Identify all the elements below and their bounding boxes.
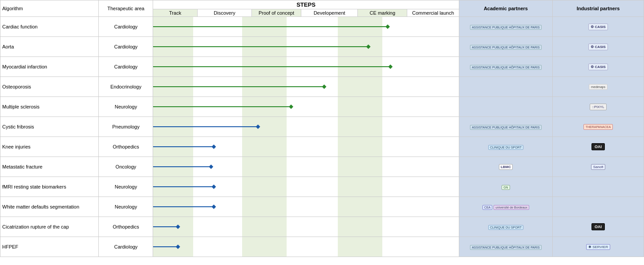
table-row: HFPEFCardiologyASSISTANCE PUBLIQUE HÔPIT…: [0, 237, 644, 257]
svg-marker-19: [322, 84, 327, 89]
svg-rect-31: [242, 137, 287, 157]
progress-bar-cell: [153, 117, 459, 137]
col-header-therapeutic: Therapeutic area: [99, 0, 153, 17]
table-row: OsteoporosisEndocrinologymedimaps: [0, 77, 644, 97]
progress-bar-cell: [153, 97, 459, 117]
industrial-partners-cell: ::PIXYL: [553, 97, 644, 117]
therapeutic-cell: Cardiology: [99, 57, 153, 77]
therapeutic-cell: Neurology: [99, 177, 153, 197]
progress-bar-cell: [153, 197, 459, 217]
academic-partners-cell: LBMC: [459, 157, 552, 177]
progress-bar-cell: [153, 217, 459, 237]
steps-header: STEPS: [153, 0, 459, 9]
table-row: Metastatic fractureOncologyLBMCSanofi: [0, 157, 644, 177]
col-header-academic: Academic partners: [459, 0, 552, 17]
industrial-partners-cell: Sanofi: [553, 157, 644, 177]
industrial-partners-cell: ⚙ CASIS: [553, 57, 644, 77]
algorithm-cell: HFPEF: [0, 237, 99, 257]
academic-partners-cell: [459, 97, 552, 117]
academic-partners-cell: CLINIQUE DU SPORT: [459, 217, 552, 237]
therapeutic-cell: Orthopedics: [99, 137, 153, 157]
algorithm-cell: Multiple sclerosis: [0, 97, 99, 117]
therapeutic-cell: Orthopedics: [99, 217, 153, 237]
academic-partners-cell: CLINIQUE DU SPORT: [459, 137, 552, 157]
table-row: Cystic fribrosisPneumologyASSISTANCE PUB…: [0, 117, 644, 137]
progress-bar-cell: [153, 57, 459, 77]
progress-bar-cell: [153, 137, 459, 157]
industrial-partners-cell: ⚙ CASIS: [553, 17, 644, 37]
academic-partners-cell: [459, 77, 552, 97]
svg-rect-42: [338, 177, 382, 197]
progress-bar-cell: [153, 177, 459, 197]
algorithm-cell: Metastatic fracture: [0, 157, 99, 177]
industrial-partners-cell: THERAPANACEA: [553, 117, 644, 137]
svg-rect-57: [338, 237, 382, 257]
industrial-partners-cell: ✱ SERVIER: [553, 237, 644, 257]
industrial-partners-cell: medimaps: [553, 77, 644, 97]
table-row: White matter defaults segmentationNeurol…: [0, 197, 644, 217]
progress-bar-cell: [153, 17, 459, 37]
therapeutic-cell: Cardiology: [99, 237, 153, 257]
therapeutic-cell: Oncology: [99, 157, 153, 177]
svg-rect-52: [338, 217, 382, 237]
svg-rect-32: [338, 137, 382, 157]
academic-partners-cell: CEA université de Bordeaux: [459, 197, 552, 217]
svg-marker-4: [385, 24, 390, 29]
svg-rect-41: [242, 177, 287, 197]
svg-rect-27: [338, 117, 382, 137]
algorithm-cell: Cicatrization rupture of the cap: [0, 217, 99, 237]
svg-marker-44: [212, 185, 216, 189]
algorithm-cell: Knee injuries: [0, 137, 99, 157]
industrial-partners-cell: OAI: [553, 137, 644, 157]
col-header-ce: CE marking: [358, 9, 407, 17]
therapeutic-cell: Endocrinology: [99, 77, 153, 97]
algorithm-cell: Osteoporosis: [0, 77, 99, 97]
therapeutic-cell: Neurology: [99, 197, 153, 217]
algorithm-cell: White matter defaults segmentation: [0, 197, 99, 217]
svg-rect-36: [242, 157, 287, 177]
industrial-partners-cell: ⚙ CASIS: [553, 37, 644, 57]
col-header-commercial: Commercial launch: [407, 9, 459, 17]
svg-rect-22: [338, 97, 382, 116]
academic-partners-cell: GN: [459, 177, 552, 197]
col-header-development: Developement: [301, 9, 358, 17]
col-header-discovery: Discovery: [198, 9, 252, 17]
table-row: Cicatrization rupture of the capOrthoped…: [0, 217, 644, 237]
algorithm-cell: fMRI resting state biomarkers: [0, 177, 99, 197]
svg-rect-37: [338, 157, 382, 177]
progress-bar-cell: [153, 77, 459, 97]
therapeutic-cell: Pneumology: [99, 117, 153, 137]
industrial-partners-cell: [553, 197, 644, 217]
algorithm-cell: Cystic fribrosis: [0, 117, 99, 137]
col-header-track: Track: [153, 9, 198, 17]
table-row: AortaCardiologyASSISTANCE PUBLIQUE HÔPIT…: [0, 37, 644, 57]
academic-partners-cell: ASSISTANCE PUBLIQUE HÔPITAUX DE PARIS: [459, 37, 552, 57]
svg-marker-24: [289, 104, 293, 109]
table-row: Myocardial infarctionCardiologyASSISTANC…: [0, 57, 644, 77]
academic-partners-cell: ASSISTANCE PUBLIQUE HÔPITAUX DE PARIS: [459, 237, 552, 257]
col-header-industrial: Industrial partners: [553, 0, 644, 17]
main-table: Algorithm Therapeutic area STEPS Academi…: [0, 0, 644, 257]
progress-bar-cell: [153, 157, 459, 177]
algorithm-cell: Cardiac function: [0, 17, 99, 37]
progress-bar-cell: [153, 237, 459, 257]
academic-partners-cell: ASSISTANCE PUBLIQUE HÔPITAUX DE PARIS: [459, 117, 552, 137]
svg-marker-49: [212, 205, 216, 209]
svg-rect-51: [242, 217, 287, 237]
algorithm-cell: Myocardial infarction: [0, 57, 99, 77]
industrial-partners-cell: OAI: [553, 217, 644, 237]
svg-rect-46: [242, 197, 287, 217]
svg-rect-56: [242, 237, 287, 257]
col-header-proof: Proof of concept: [251, 9, 301, 17]
academic-partners-cell: ASSISTANCE PUBLIQUE HÔPITAUX DE PARIS: [459, 17, 552, 37]
therapeutic-cell: Cardiology: [99, 37, 153, 57]
industrial-partners-cell: [553, 177, 644, 197]
svg-rect-47: [338, 197, 382, 217]
svg-marker-34: [212, 145, 216, 149]
svg-rect-17: [338, 77, 382, 96]
therapeutic-cell: Cardiology: [99, 17, 153, 37]
table-row: Multiple sclerosisNeurology::PIXYL: [0, 97, 644, 117]
svg-marker-39: [209, 165, 213, 169]
academic-partners-cell: ASSISTANCE PUBLIQUE HÔPITAUX DE PARIS: [459, 57, 552, 77]
col-header-algorithm: Algorithm: [0, 0, 99, 17]
